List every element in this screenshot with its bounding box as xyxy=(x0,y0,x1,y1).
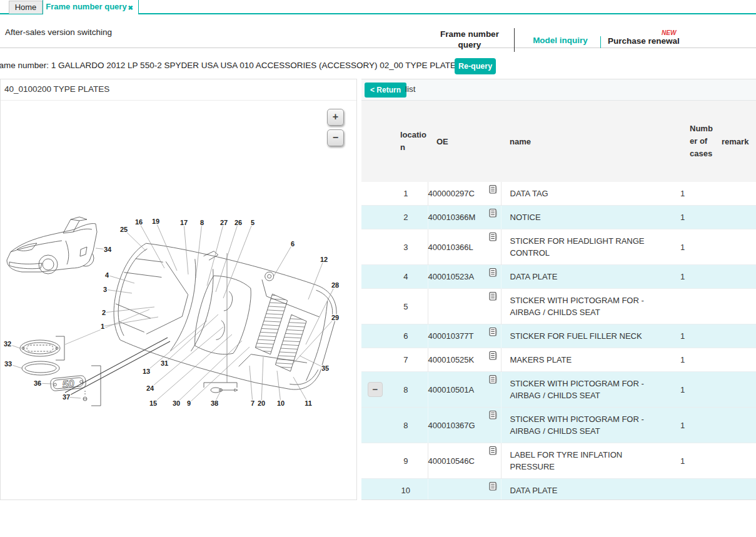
table-row[interactable]: − 4 400010523A DATA PLATE 1 xyxy=(361,265,756,289)
return-button[interactable]: < Return xyxy=(365,83,406,98)
tab-frame-number-query[interactable]: Frame number query ✖ xyxy=(43,0,139,14)
callout-leader-line xyxy=(223,223,253,298)
callout-leader-line xyxy=(261,357,263,403)
callout-leader-line xyxy=(184,223,188,274)
callout-leader-line xyxy=(146,321,207,371)
callout-number: 16 xyxy=(135,218,143,226)
page-subtitle: After-sales version switching xyxy=(5,28,112,37)
table-row[interactable]: − 5 STICKER WITH PICTOGRAM FOR - AIRBAG … xyxy=(361,289,756,324)
callout-number: 2 xyxy=(102,309,106,316)
cases-value: 1 xyxy=(680,189,685,198)
oe-number: 400010546C xyxy=(428,456,475,466)
oe-number: 400010366M xyxy=(428,213,476,222)
cases-value: 1 xyxy=(680,355,685,364)
oe-number: 400010525K xyxy=(428,355,475,364)
callout-number: 4 xyxy=(105,271,109,279)
oe-number: 400000297C xyxy=(428,189,475,198)
location-value: 6 xyxy=(403,331,408,341)
nav-frame-number-query[interactable]: Frame number query xyxy=(431,29,508,50)
document-icon[interactable] xyxy=(488,350,498,361)
callout-number: 26 xyxy=(234,219,242,226)
table-row[interactable]: − 1 400000297C DATA TAG 1 xyxy=(361,182,756,206)
document-icon[interactable] xyxy=(488,184,498,194)
callout-number: 8 xyxy=(200,219,204,226)
document-icon[interactable] xyxy=(488,231,498,242)
cases-value: 1 xyxy=(680,385,685,394)
callout-number: 19 xyxy=(152,218,159,225)
list-label: list xyxy=(405,84,416,94)
callout-number: 35 xyxy=(321,364,329,372)
callout-leader-line xyxy=(150,327,223,388)
callout-number: 15 xyxy=(149,399,157,407)
part-name: STICKER WITH PICTOGRAM FOR - AIRBAG / CH… xyxy=(501,378,648,401)
diagram-panel: 40_0100200 TYPE PLATES + − xyxy=(0,79,357,500)
callout-number: 12 xyxy=(320,256,328,263)
callout-number: 17 xyxy=(180,219,188,226)
part-name: STICKER FOR FUEL FILLER NECK xyxy=(501,330,648,342)
tab-home[interactable]: Home xyxy=(9,1,43,14)
table-row[interactable]: − 3 400010366L STICKER FOR HEADLIGHT RAN… xyxy=(361,229,756,265)
zoom-in-button[interactable]: + xyxy=(327,109,344,126)
part-name: DATA TAG xyxy=(501,188,648,199)
nav-model-inquiry[interactable]: Model inquiry xyxy=(525,36,595,45)
table-row[interactable]: − 8 400010501A STICKER WITH PICTOGRAM FO… xyxy=(361,372,756,408)
header-cases: Number of cases xyxy=(690,123,715,160)
header-remark: remark xyxy=(717,101,756,182)
table-row[interactable]: − 7 400010525K MAKERS PLATE 1 xyxy=(361,348,756,372)
document-icon[interactable] xyxy=(488,481,498,491)
new-badge: NEW xyxy=(662,29,676,36)
document-icon[interactable] xyxy=(488,267,498,278)
collapse-row-button[interactable]: − xyxy=(368,382,383,397)
cases-value: 1 xyxy=(680,456,685,466)
callout-leader-line xyxy=(249,366,253,403)
callout-number: 25 xyxy=(120,226,128,233)
callout-number: 10 xyxy=(277,399,285,407)
callout-number: 29 xyxy=(331,314,339,321)
callout-number: 34 xyxy=(104,246,112,253)
parts-diagram: 50 3425161917827265612282935432132333637… xyxy=(1,101,356,500)
callout-number: 3 xyxy=(103,286,107,293)
callout-number: 20 xyxy=(258,399,265,407)
nav-purchase-renewal[interactable]: Purchase renewal xyxy=(608,36,680,46)
part-name: LABEL FOR TYRE INFLATION PRESSURE xyxy=(501,449,648,473)
location-value: 5 xyxy=(403,302,408,311)
location-value: 10 xyxy=(401,486,410,495)
oe-number: 400010377T xyxy=(428,331,474,341)
tab-label: Frame number query xyxy=(46,2,135,11)
parts-list-panel: < Return list location OE name Number of… xyxy=(361,79,756,500)
cases-value: 1 xyxy=(680,272,685,281)
document-icon[interactable] xyxy=(488,326,498,337)
nav-divider-teal xyxy=(600,36,601,48)
callout-leader-line xyxy=(273,244,293,277)
document-icon[interactable] xyxy=(488,445,498,456)
document-icon[interactable] xyxy=(488,208,498,218)
document-icon[interactable] xyxy=(488,409,498,420)
document-icon[interactable] xyxy=(488,374,498,384)
callout-number: 37 xyxy=(63,393,70,401)
callout-number: 28 xyxy=(331,281,339,289)
close-tab-icon[interactable]: ✖ xyxy=(128,1,133,14)
callout-number: 11 xyxy=(305,399,312,407)
table-row[interactable]: − 8 400010367G STICKER WITH PICTOGRAM FO… xyxy=(361,408,756,443)
callout-leader-line xyxy=(107,275,134,283)
table-row[interactable]: − 9 400010546C LABEL FOR TYRE INFLATION … xyxy=(361,443,756,479)
parts-table: location OE name Number of cases remark … xyxy=(361,101,756,500)
location-value: 3 xyxy=(403,243,408,252)
app-window: Home Frame number query ✖ After-sales ve… xyxy=(0,0,756,537)
table-row[interactable]: − 10 DATA PLATE xyxy=(361,479,756,501)
table-row[interactable]: − 6 400010377T STICKER FOR FUEL FILLER N… xyxy=(361,324,756,348)
callout-number: 13 xyxy=(143,368,150,375)
callout-number: 27 xyxy=(220,219,228,226)
part-name: DATA PLATE xyxy=(501,271,648,283)
zoom-out-button[interactable]: − xyxy=(327,129,344,146)
requery-button[interactable]: Re-query xyxy=(455,58,496,74)
table-row[interactable]: − 2 400010366M NOTICE 1 xyxy=(361,206,756,229)
callout-leader-line xyxy=(196,223,202,278)
part-name: STICKER WITH PICTOGRAM FOR - AIRBAG / CH… xyxy=(501,294,648,318)
callout-number: 1 xyxy=(101,323,104,330)
callout-number: 6 xyxy=(291,240,295,248)
callout-number: 32 xyxy=(4,340,11,348)
document-icon[interactable] xyxy=(488,291,498,301)
location-value: 8 xyxy=(403,421,408,430)
header-location: location xyxy=(400,129,429,154)
